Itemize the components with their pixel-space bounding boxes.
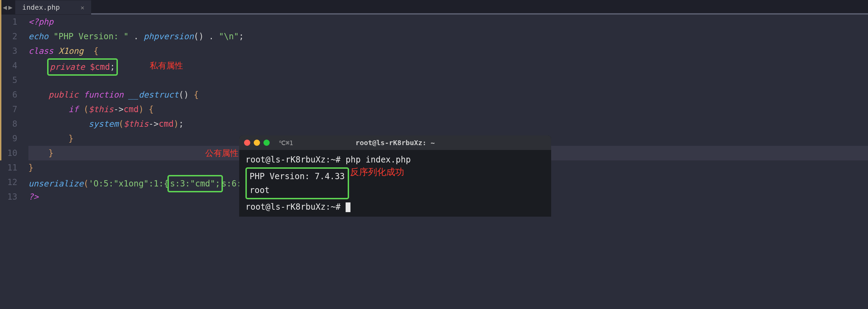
window-close-icon[interactable]: [244, 140, 250, 146]
line-number: 13: [0, 190, 17, 204]
tab-index-php[interactable]: index.php ✕: [15, 0, 91, 14]
terminal-tab-label: ℃⌘1: [279, 139, 293, 147]
line-number: 10: [0, 146, 17, 160]
terminal-titlebar[interactable]: ℃⌘1 root@ls-rK8rbuXz: ~: [239, 135, 551, 150]
nav-forward-icon[interactable]: ▶: [8, 3, 12, 11]
close-icon[interactable]: ✕: [80, 4, 84, 11]
line-number: 7: [0, 102, 17, 117]
annotation-private: 私有属性: [150, 58, 183, 73]
nav-back-icon[interactable]: ◀: [3, 3, 7, 11]
annotation-success: 反序列化成功: [350, 166, 404, 178]
line-number: 6: [0, 87, 17, 102]
tab-bar: ◀ ▶ index.php ✕: [0, 0, 868, 15]
code-line: <?php: [28, 15, 868, 29]
line-number: 9: [0, 131, 17, 146]
annotation-public: 公有属性: [205, 146, 238, 160]
code-line: [28, 73, 868, 87]
code-line: if ($this->cmd) {: [28, 102, 868, 117]
line-number: 1: [0, 15, 17, 29]
tab-filename: index.php: [22, 3, 60, 11]
modified-marker: [0, 0, 1, 160]
code-line: private $cmd;私有属性: [28, 58, 868, 73]
line-number: 4: [0, 58, 17, 73]
terminal-line: root@ls-rK8rbuXz:~# php index.php: [245, 153, 545, 167]
code-line: public function __destruct() {: [28, 87, 868, 102]
window-maximize-icon[interactable]: [263, 140, 270, 146]
terminal-body[interactable]: root@ls-rK8rbuXz:~# php index.php PHP Ve…: [239, 150, 551, 217]
line-number: 2: [0, 29, 17, 44]
line-number: 5: [0, 73, 17, 87]
terminal-output: PHP Version: 7.4.33: [250, 169, 345, 183]
code-line: class X1ong {: [28, 44, 868, 58]
highlight-box-output: PHP Version: 7.4.33 root: [245, 167, 349, 199]
line-number: 8: [0, 117, 17, 131]
terminal-output: root: [250, 183, 345, 197]
code-line: system($this->cmd);: [28, 117, 868, 131]
terminal-line: root@ls-rK8rbuXz:~#: [245, 200, 545, 214]
line-number: 11: [0, 160, 17, 175]
line-number: 3: [0, 44, 17, 58]
nav-arrows: ◀ ▶: [0, 3, 15, 11]
window-minimize-icon[interactable]: [254, 140, 260, 146]
line-number: 12: [0, 175, 17, 190]
code-line: echo "PHP Version: " . phpversion() . "\…: [28, 29, 868, 44]
gutter: 1 2 3 4 5 6 7 8 9 10 11 12 13: [0, 15, 24, 309]
cursor-icon: [346, 202, 350, 212]
terminal-title: root@ls-rK8rbuXz: ~: [356, 139, 435, 147]
